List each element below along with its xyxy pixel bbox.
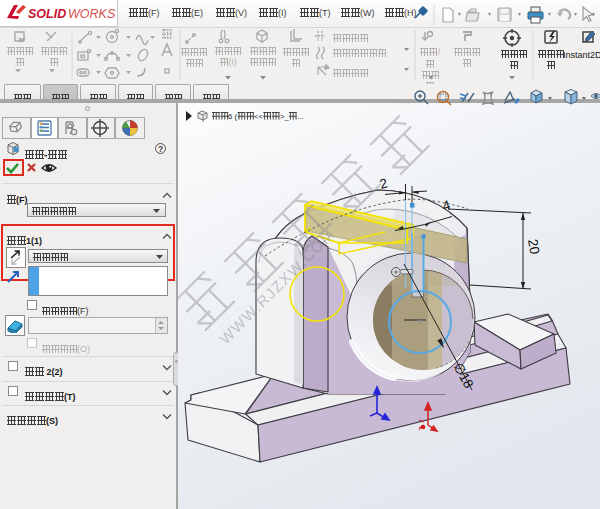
svg-text:20: 20	[525, 238, 542, 255]
svg-text:SOLID: SOLID	[28, 7, 66, 21]
svg-text:WORKS: WORKS	[68, 7, 116, 21]
